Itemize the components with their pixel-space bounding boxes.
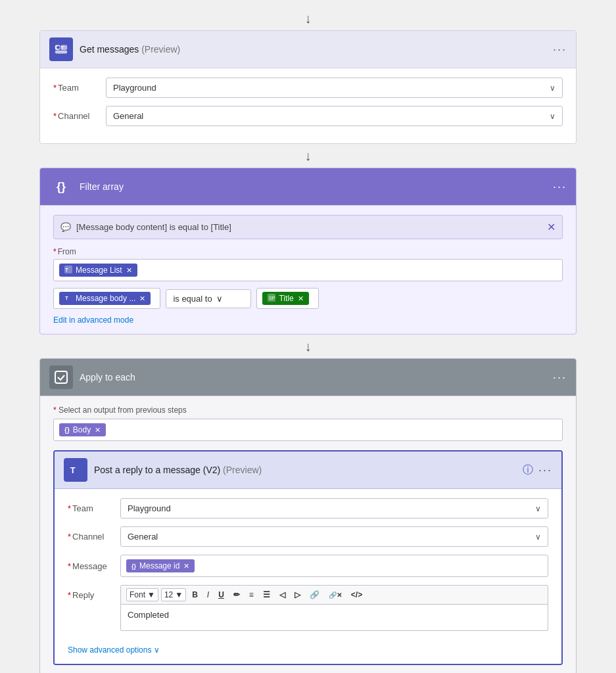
ordered-list-btn[interactable]: ☰: [260, 589, 273, 601]
left-condition-container[interactable]: T Message body ... ✕: [53, 288, 160, 309]
unordered-list-btn[interactable]: ≡: [246, 589, 257, 601]
arrow-2: ↓: [305, 144, 312, 168]
filter-array-body: 💬 [Message body content] is equal to [Ti…: [40, 206, 576, 334]
font-size-value: 12: [164, 590, 173, 599]
inner-team-dropdown-arrow: ∨: [535, 504, 541, 513]
filter-condition-bar: 💬 [Message body content] is equal to [Ti…: [53, 215, 563, 239]
post-reply-title: Post a reply to a message (V2) (Preview): [94, 465, 523, 475]
filter-condition-text: [Message body content] is equal to [Titl…: [76, 222, 547, 232]
output-tag-container[interactable]: {} Body ✕: [53, 419, 563, 441]
flow-container: ↓ T Get messages (Preview) ··· *Team: [39, 7, 577, 673]
message-tag-container[interactable]: {} Message id ✕: [120, 555, 548, 577]
title-tag-text: Title: [279, 294, 293, 303]
reply-toolbar: Font ▼ 12 ▼ B I U ✏: [120, 585, 548, 605]
get-messages-body: *Team Playground ∨ *Channel General ∨: [40, 68, 576, 143]
channel-dropdown[interactable]: General ∨: [106, 106, 563, 126]
svg-text:T: T: [65, 267, 68, 273]
reply-field-row: *Reply Font ▼ 12 ▼: [68, 585, 548, 631]
from-tag-container[interactable]: T Message List ✕: [53, 259, 563, 281]
svg-text:T: T: [61, 45, 64, 50]
filter-array-card: {} Filter array ··· 💬 [Message body cont…: [39, 168, 577, 335]
font-size-select[interactable]: 12 ▼: [161, 588, 186, 601]
inner-channel-dropdown[interactable]: General ∨: [120, 526, 548, 547]
body-tag[interactable]: {} Body ✕: [59, 423, 106, 436]
bold-btn[interactable]: B: [189, 589, 201, 601]
message-list-tag-close[interactable]: ✕: [126, 266, 132, 275]
font-arrow: ▼: [147, 590, 155, 599]
show-advanced-btn[interactable]: Show advanced options ∨: [68, 645, 160, 655]
message-id-tag-icon: {}: [131, 562, 136, 570]
reply-text-area[interactable]: Completed: [120, 605, 548, 631]
chat-icon: 💬: [60, 222, 71, 232]
get-messages-menu[interactable]: ···: [553, 43, 567, 57]
message-id-tag-text: Message id: [139, 561, 179, 570]
unlink-btn[interactable]: 🔗✕: [325, 590, 345, 600]
svg-text:T: T: [65, 295, 68, 301]
inner-channel-label: *Channel: [68, 532, 120, 542]
outdent-btn[interactable]: ◁: [276, 589, 289, 601]
message-body-tag-close[interactable]: ✕: [139, 294, 145, 303]
channel-field-row: *Channel General ∨: [53, 106, 563, 126]
font-select[interactable]: Font ▼: [126, 588, 158, 601]
message-body-tag-text: Message body ...: [76, 294, 135, 303]
body-tag-text: Body: [73, 425, 91, 434]
message-id-tag-close[interactable]: ✕: [183, 562, 189, 570]
message-label: *Message: [68, 561, 120, 571]
svg-text:SP: SP: [269, 296, 275, 300]
svg-point-3: [57, 46, 60, 49]
indent-btn[interactable]: ▷: [291, 589, 304, 601]
apply-to-each-header: Apply to each ···: [40, 359, 576, 396]
filter-close-btn[interactable]: ✕: [547, 221, 556, 233]
inner-channel-field-row: *Channel General ∨: [68, 526, 548, 547]
post-reply-teams-icon: T: [64, 458, 87, 482]
operator-dropdown[interactable]: is equal to ∨: [166, 289, 251, 308]
channel-label: *Channel: [53, 111, 106, 121]
font-label: Font: [130, 590, 145, 599]
apply-icon: [49, 365, 73, 389]
message-field-row: *Message {} Message id ✕: [68, 555, 548, 577]
post-reply-header: T Post a reply to a message (V2) (Previe…: [55, 452, 561, 489]
arrow-top: ↓: [305, 7, 312, 30]
title-tag-close[interactable]: ✕: [298, 294, 304, 303]
operator-arrow: ∨: [216, 294, 223, 304]
arrow-3: ↓: [305, 335, 312, 358]
filter-array-header: {} Filter array ···: [40, 168, 576, 206]
italic-btn[interactable]: I: [204, 589, 212, 601]
apply-to-each-menu[interactable]: ···: [553, 371, 567, 384]
message-list-tag[interactable]: T Message List ✕: [59, 264, 137, 277]
operator-text: is equal to: [173, 294, 212, 304]
reply-label: *Reply: [68, 585, 120, 600]
body-tag-icon: {}: [64, 426, 70, 434]
message-body-tag[interactable]: T Message body ... ✕: [59, 292, 151, 305]
from-row: *From T Message List ✕: [53, 247, 563, 281]
channel-dropdown-arrow: ∨: [550, 112, 556, 121]
underline-btn[interactable]: U: [215, 589, 227, 601]
apply-to-each-card: Apply to each ··· * Select an output fro…: [39, 358, 577, 673]
message-list-tag-icon: T: [64, 266, 72, 275]
right-condition-container[interactable]: SP Title ✕: [256, 288, 318, 309]
svg-rect-10: [55, 371, 67, 383]
get-messages-card: T Get messages (Preview) ··· *Team Playg…: [39, 30, 577, 144]
title-tag-icon: SP: [268, 294, 275, 303]
pen-btn[interactable]: ✏: [230, 589, 243, 601]
inner-team-dropdown[interactable]: Playground ∨: [120, 498, 548, 519]
svg-text:T: T: [70, 465, 76, 475]
post-reply-menu[interactable]: ···: [538, 463, 552, 477]
inner-team-field-row: *Team Playground ∨: [68, 498, 548, 519]
message-id-tag[interactable]: {} Message id ✕: [126, 559, 195, 572]
link-btn[interactable]: 🔗: [306, 589, 323, 601]
post-reply-card: T Post a reply to a message (V2) (Previe…: [53, 450, 563, 665]
teams-icon-get: T: [49, 37, 73, 61]
team-label: *Team: [53, 83, 106, 93]
title-tag[interactable]: SP Title ✕: [262, 292, 308, 305]
edit-advanced-link[interactable]: Edit in advanced mode: [53, 315, 563, 325]
team-dropdown[interactable]: Playground ∨: [106, 78, 563, 98]
post-reply-body: *Team Playground ∨ *Channel Gene: [55, 489, 561, 664]
code-btn[interactable]: </>: [348, 589, 366, 601]
message-body-icon: T: [64, 294, 72, 303]
body-tag-close[interactable]: ✕: [95, 426, 101, 434]
filter-array-menu[interactable]: ···: [553, 180, 567, 194]
post-reply-info-icon[interactable]: ⓘ: [523, 463, 533, 477]
show-advanced-arrow: ∨: [154, 645, 160, 655]
conditions-row: T Message body ... ✕ is equal to ∨: [53, 288, 563, 309]
